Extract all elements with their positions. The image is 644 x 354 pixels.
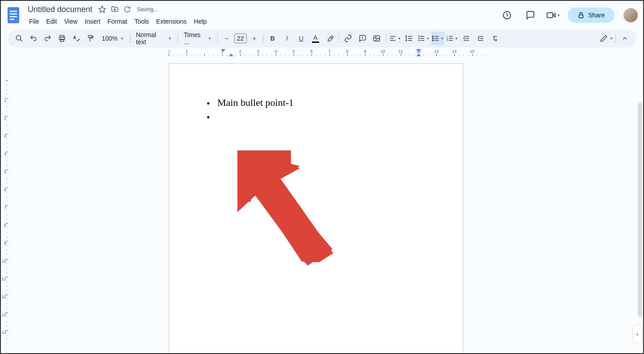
menu-help[interactable]: Help (191, 16, 210, 27)
align-icon[interactable]: ▼ (388, 32, 402, 45)
checklist-icon[interactable]: ▼ (417, 32, 430, 45)
avatar[interactable] (623, 8, 638, 22)
print-icon[interactable] (55, 32, 69, 45)
font-size-controls: − + (220, 32, 261, 45)
svg-rect-1 (10, 11, 17, 12)
svg-point-17 (432, 38, 433, 39)
title-and-menu-area: Untitled document Saving... File Edit Vi… (26, 4, 498, 27)
svg-point-9 (16, 35, 21, 40)
title-row: Untitled document Saving... (26, 4, 498, 15)
toolbar-separator (339, 34, 339, 43)
svg-rect-3 (10, 16, 17, 17)
vertical-scrollbar[interactable] (638, 103, 642, 317)
numbered-list-icon[interactable]: 123▼ (445, 32, 459, 45)
menu-extensions[interactable]: Extensions (153, 16, 190, 27)
redo-icon[interactable] (41, 32, 54, 45)
clear-formatting-icon[interactable] (488, 32, 502, 45)
svg-rect-8 (579, 15, 583, 18)
font-size-increase[interactable]: + (248, 32, 261, 45)
font-size-input[interactable] (234, 33, 247, 43)
workspace: 1234567891011121314 Main bullet point-1 (1, 58, 643, 353)
indent-increase-icon[interactable] (474, 32, 487, 45)
titlebar-right: ▼ Share (498, 6, 638, 24)
docs-logo-icon[interactable] (4, 4, 22, 26)
document-title[interactable]: Untitled document (26, 4, 94, 15)
font-size-decrease[interactable]: − (220, 32, 233, 45)
toolbar: 100%▼ Normal text▼ Times …▼ − + B I U A … (8, 29, 636, 47)
svg-text:3: 3 (446, 39, 448, 42)
toolbar-separator (263, 34, 264, 43)
svg-rect-7 (547, 13, 553, 18)
svg-rect-2 (10, 13, 17, 15)
comments-icon[interactable] (521, 6, 539, 24)
share-button[interactable]: Share (568, 8, 615, 23)
zoom-select[interactable]: 100%▼ (98, 32, 128, 45)
indent-decrease-icon[interactable] (460, 32, 473, 45)
side-panel-toggle-icon[interactable] (632, 325, 642, 344)
meet-icon[interactable]: ▼ (544, 6, 562, 24)
spellcheck-icon[interactable] (70, 32, 83, 45)
menu-file[interactable]: File (26, 16, 42, 27)
insert-image-icon[interactable] (370, 32, 383, 45)
menu-format[interactable]: Format (104, 16, 130, 27)
bold-icon[interactable]: B (266, 32, 279, 45)
toolbar-separator (130, 34, 130, 43)
share-label: Share (588, 12, 605, 19)
titlebar: Untitled document Saving... File Edit Vi… (1, 1, 643, 28)
svg-rect-4 (10, 19, 14, 20)
link-icon[interactable] (341, 32, 355, 45)
svg-rect-0 (8, 7, 19, 23)
vertical-ruler[interactable]: 1234567891011121314 (1, 58, 8, 353)
cloud-status-icon[interactable] (123, 5, 132, 14)
bullet-item[interactable]: Main bullet point-1 (217, 96, 431, 110)
bullet-list: Main bullet point-1 (201, 96, 431, 110)
document-page[interactable]: Main bullet point-1 (169, 63, 463, 353)
toolbar-separator (178, 34, 178, 43)
bulleted-list-icon[interactable]: ▼ (431, 32, 445, 45)
editing-mode-icon[interactable]: ▼ (600, 32, 613, 45)
add-comment-icon[interactable] (356, 32, 369, 45)
svg-point-16 (432, 36, 433, 37)
font-select[interactable]: Times …▼ (180, 32, 215, 45)
toolbar-separator (386, 34, 386, 43)
move-icon[interactable] (110, 5, 119, 14)
svg-point-18 (432, 40, 433, 41)
menubar: File Edit View Insert Format Tools Exten… (26, 16, 498, 27)
menu-view[interactable]: View (61, 16, 81, 27)
star-icon[interactable] (98, 5, 107, 14)
line-spacing-icon[interactable] (403, 32, 416, 45)
history-icon[interactable] (498, 6, 516, 24)
saving-status: Saving... (137, 6, 158, 12)
underline-icon[interactable]: U (295, 32, 308, 45)
page-container[interactable]: Main bullet point-1 (8, 58, 643, 353)
svg-marker-5 (99, 6, 106, 12)
lock-icon (578, 12, 585, 19)
paint-format-icon[interactable] (84, 32, 97, 45)
search-icon[interactable] (12, 32, 26, 45)
highlight-icon[interactable] (323, 32, 337, 45)
text-color-icon[interactable]: A (309, 32, 322, 45)
italic-icon[interactable]: I (280, 32, 294, 45)
toolbar-separator (615, 34, 616, 43)
menu-tools[interactable]: Tools (131, 16, 152, 27)
toolbar-separator (217, 34, 218, 43)
svg-rect-13 (88, 35, 92, 37)
collapse-toolbar-icon[interactable] (618, 32, 632, 45)
menu-insert[interactable]: Insert (82, 16, 104, 27)
undo-icon[interactable] (27, 32, 40, 45)
menu-edit[interactable]: Edit (43, 16, 60, 27)
paragraph-style-select[interactable]: Normal text▼ (133, 32, 175, 45)
svg-point-15 (375, 37, 376, 38)
horizontal-ruler[interactable]: 21123456789101112131415 (1, 49, 643, 56)
